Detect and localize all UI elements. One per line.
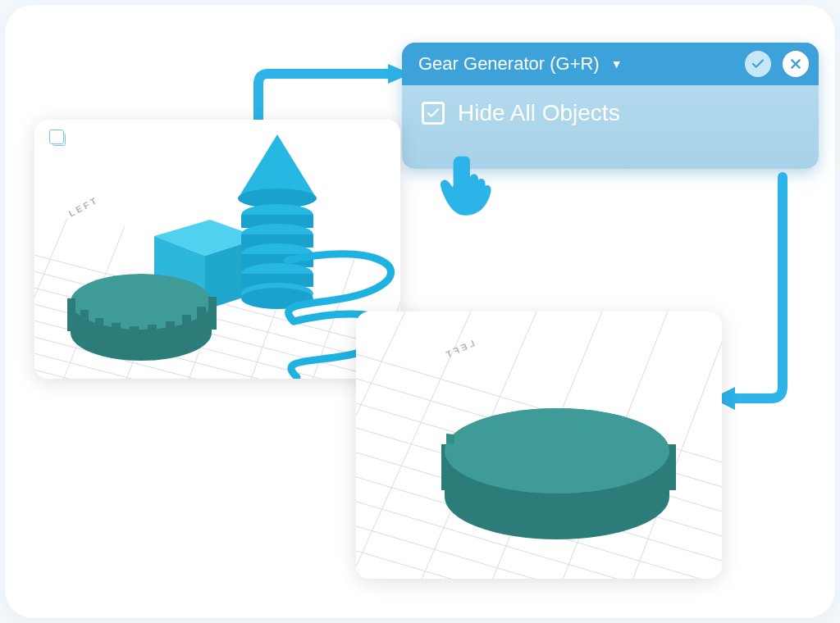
svg-rect-39: [555, 490, 566, 536]
diagram-canvas: Gear Generator (G+R) ▼ Hide All Objects: [5, 5, 835, 618]
copy-icon: [52, 133, 66, 146]
svg-rect-26: [166, 321, 175, 354]
svg-rect-25: [148, 325, 157, 357]
panel-body: Hide All Objects: [402, 85, 819, 141]
svg-rect-23: [112, 323, 121, 356]
close-button[interactable]: [783, 51, 809, 77]
svg-rect-27: [182, 315, 191, 348]
pointer-hand-icon: [435, 152, 499, 216]
dropdown-icon[interactable]: ▼: [611, 57, 623, 70]
hide-all-objects-checkbox[interactable]: [422, 102, 445, 125]
svg-rect-22: [95, 318, 103, 351]
confirm-button[interactable]: [745, 51, 771, 77]
svg-rect-21: [80, 310, 89, 343]
gear-object-large: [430, 390, 684, 554]
svg-rect-28: [197, 307, 206, 339]
scene-after-card: LEFT: [356, 312, 722, 579]
scene-before-card: LEFT: [34, 120, 400, 379]
gear-object-small: [59, 267, 223, 366]
hide-all-objects-label: Hide All Objects: [458, 100, 620, 126]
gear-generator-panel: Gear Generator (G+R) ▼ Hide All Objects: [402, 43, 819, 169]
svg-rect-29: [208, 297, 217, 330]
svg-rect-41: [599, 484, 610, 530]
svg-rect-20: [67, 298, 75, 331]
panel-header: Gear Generator (G+R) ▼: [402, 43, 819, 85]
svg-rect-24: [130, 326, 139, 359]
svg-rect-38: [532, 489, 543, 534]
panel-title: Gear Generator (G+R): [418, 53, 600, 75]
svg-point-46: [445, 408, 669, 493]
svg-rect-40: [578, 489, 589, 534]
svg-rect-47: [446, 434, 454, 444]
